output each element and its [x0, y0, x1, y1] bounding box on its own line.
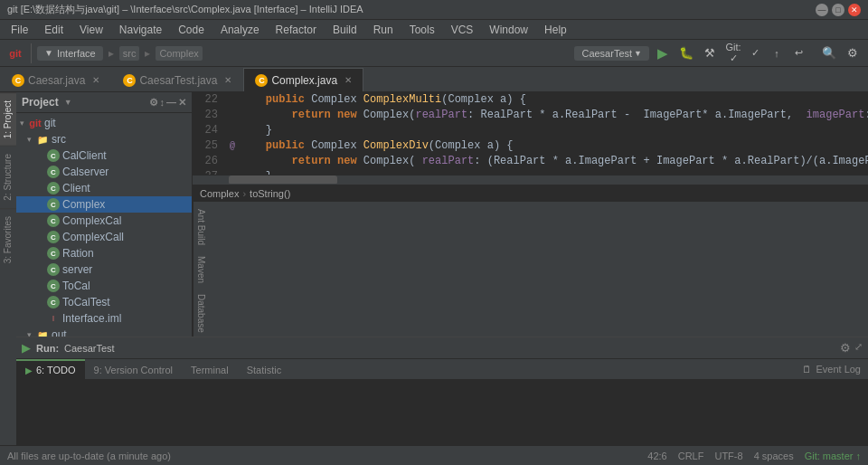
run-button[interactable]: ▶ [653, 43, 673, 63]
branch-selector[interactable]: ▼ Interface [37, 46, 103, 61]
run-config-selector[interactable]: CaesarTest ▼ [574, 46, 649, 61]
bp-tab-versioncontrol[interactable]: 9: Version Control [85, 359, 182, 379]
class-crumb[interactable]: Complex [156, 46, 202, 61]
settings-button[interactable]: ⚙ [843, 43, 863, 63]
tab-icon-caesartest: C [123, 74, 136, 87]
close-button[interactable]: ✕ [848, 4, 861, 16]
menu-file[interactable]: File [4, 22, 35, 38]
java-class-icon: C [47, 231, 60, 243]
tree-item-client[interactable]: C Client [16, 180, 192, 196]
tree-item-git[interactable]: ▾ git git [16, 115, 192, 131]
tab-close-caesar[interactable]: ✕ [92, 75, 99, 85]
status-indent[interactable]: 4 spaces [754, 451, 794, 461]
tree-label: Client [62, 182, 90, 195]
editor-scrollbar[interactable] [193, 175, 868, 184]
tree-item-complex[interactable]: C Complex [16, 196, 192, 213]
menu-vcs[interactable]: VCS [444, 22, 481, 38]
sidebar-tab-favorites[interactable]: 3: Favorites [0, 208, 16, 270]
search-everywhere-button[interactable]: 🔍 [819, 43, 839, 63]
java-class-icon: C [47, 263, 60, 276]
tree-item-complexcall[interactable]: C ComplexCall [16, 229, 192, 245]
bp-tab-terminal[interactable]: Terminal [182, 359, 238, 379]
tree-item-calserver[interactable]: C Calserver [16, 164, 192, 180]
vcs-update-button[interactable]: Git: ✓ [723, 43, 743, 63]
bp-tab-vc-label: 9: Version Control [94, 365, 173, 375]
run-expand-icon[interactable]: ⤢ [854, 341, 863, 355]
code-line-23: 23 return new Complex(realPart: RealPart… [193, 108, 868, 123]
build-button[interactable]: ⚒ [700, 43, 720, 63]
status-files-text: All files are up-to-date (a minute ago) [7, 451, 171, 461]
java-class-icon: C [47, 198, 60, 211]
menu-build[interactable]: Build [326, 22, 364, 38]
tree-item-src1[interactable]: ▾ 📁 src [16, 131, 192, 147]
java-class-icon: C [47, 247, 60, 260]
project-close-icon[interactable]: ✕ [178, 97, 186, 109]
run-icon: ▶ [22, 341, 31, 355]
sidebar-tab-project[interactable]: 1: Project [0, 92, 16, 146]
toolbar: git ▼ Interface ▸ src ▸ Complex CaesarTe… [0, 40, 868, 67]
event-log-label[interactable]: Event Log [816, 364, 861, 375]
tree-item-ration[interactable]: C Ration [16, 245, 192, 261]
bp-tab-run-label: 6: TODO [36, 365, 76, 375]
title-bar: git [E:\数据结构与java\git] – \Interface\src\… [0, 0, 868, 20]
vcs-toolbar-group: Git: ✓ ✓ ↑ ↩ [723, 43, 814, 63]
tab-close-complex[interactable]: ✕ [344, 75, 352, 85]
bp-tab-statistic[interactable]: Statistic [238, 359, 291, 379]
tree-item-interfaceiml[interactable]: I Interface.iml [16, 310, 192, 327]
tree-item-server[interactable]: C server [16, 261, 192, 278]
maximize-button[interactable]: □ [832, 4, 844, 16]
project-settings-icon[interactable]: ⚙ [149, 97, 158, 109]
tab-caesar-java[interactable]: C Caesar.java ✕ [0, 68, 111, 91]
status-position[interactable]: 42:6 [647, 451, 666, 461]
menu-code[interactable]: Code [171, 22, 212, 38]
status-vcs[interactable]: Git: master ↑ [805, 451, 861, 461]
tree-label: Calserver [62, 166, 108, 178]
run-settings-icon[interactable]: ⚙ [840, 341, 851, 355]
ant-build-tab[interactable]: Ant Build [194, 205, 208, 249]
tab-label-complex: Complex.java [271, 74, 337, 87]
menu-analyze[interactable]: Analyze [213, 22, 267, 38]
maven-tab[interactable]: Maven [194, 252, 208, 287]
run-bar: ▶ Run: CaesarTest ⚙ ⤢ [16, 337, 868, 359]
tree-item-out[interactable]: ▾ 📁 out [16, 327, 192, 337]
run-target-label[interactable]: CaesarTest [64, 343, 115, 354]
bp-tab-run[interactable]: ▶ 6: TODO [16, 359, 85, 379]
breadcrumb-tostring[interactable]: toString() [250, 188, 290, 199]
event-log-icon: 🗒 [802, 364, 812, 375]
tab-caesartest-java[interactable]: C CaesarTest.java ✕ [111, 68, 243, 91]
src-crumb[interactable]: src [119, 46, 140, 61]
menu-window[interactable]: Window [482, 22, 535, 38]
code-editor[interactable]: 22 public Complex ComplexMulti(Complex a… [193, 92, 868, 175]
breadcrumb-separator: › [242, 188, 246, 199]
project-collapse-icon[interactable]: — [166, 97, 176, 109]
vcs-commit-button[interactable]: ✓ [745, 43, 765, 63]
menu-edit[interactable]: Edit [37, 22, 71, 38]
debug-button[interactable]: 🐛 [676, 43, 696, 63]
tab-icon-complex: C [255, 74, 268, 87]
status-message: All files are up-to-date (a minute ago) [7, 451, 637, 461]
bottom-panel-content[interactable] [16, 380, 868, 445]
bp-tab-statistic-label: Statistic [247, 365, 282, 375]
menu-help[interactable]: Help [537, 22, 574, 38]
minimize-button[interactable]: — [816, 4, 828, 16]
menu-view[interactable]: View [72, 22, 110, 38]
menu-run[interactable]: Run [366, 22, 401, 38]
tab-close-caesartest[interactable]: ✕ [224, 75, 231, 85]
tree-item-calclient[interactable]: C CalClient [16, 147, 192, 164]
tree-item-tocaltest[interactable]: C ToCalTest [16, 294, 192, 310]
vcs-push-button[interactable]: ↑ [767, 43, 787, 63]
tab-complex-java[interactable]: C Complex.java ✕ [243, 68, 363, 91]
tree-label: ComplexCall [62, 231, 124, 243]
menu-navigate[interactable]: Navigate [112, 22, 169, 38]
vcs-revert-button[interactable]: ↩ [788, 43, 808, 63]
breadcrumb-complex[interactable]: Complex [200, 188, 239, 199]
sidebar-tab-structure[interactable]: 2: Structure [0, 146, 16, 208]
project-sort-icon[interactable]: ↕ [160, 97, 165, 109]
tree-item-complexcal[interactable]: C ComplexCal [16, 213, 192, 229]
status-line-ending[interactable]: CRLF [678, 451, 704, 461]
database-tab[interactable]: Database [194, 290, 208, 337]
menu-tools[interactable]: Tools [402, 22, 442, 38]
status-encoding[interactable]: UTF-8 [714, 451, 742, 461]
tree-item-tocal[interactable]: C ToCal [16, 278, 192, 294]
menu-refactor[interactable]: Refactor [269, 22, 324, 38]
